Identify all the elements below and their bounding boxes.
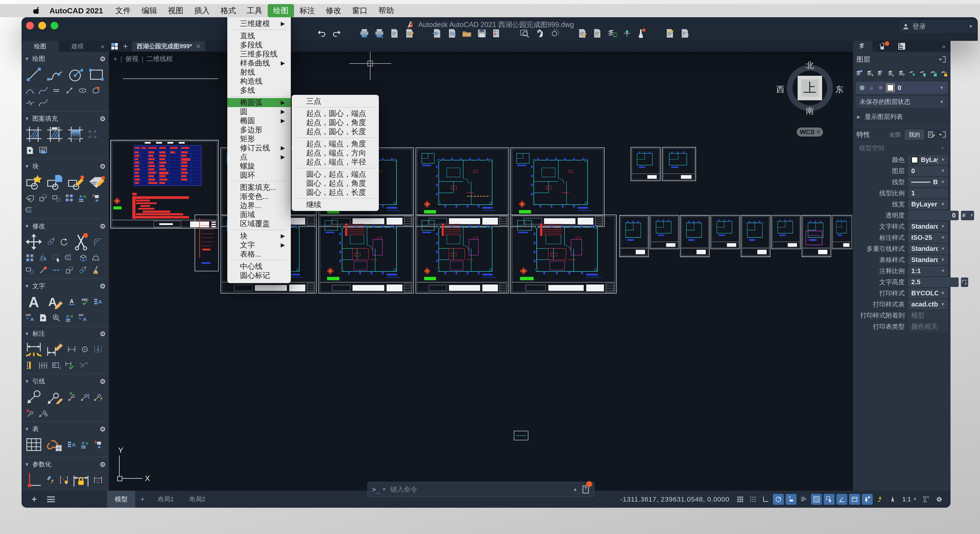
text-align-tool[interactable] <box>38 313 48 323</box>
filter-all-button[interactable]: 全部 <box>885 130 905 140</box>
tab-references[interactable] <box>872 41 892 52</box>
document-tab[interactable]: 西湖公园完成图999*✕ <box>132 41 205 51</box>
space-select[interactable]: 模型空间▼ <box>856 143 948 153</box>
login-button[interactable]: 登录 ▼ <box>898 19 977 34</box>
point-style-icon[interactable] <box>622 28 632 38</box>
menu-edit[interactable]: 编辑 <box>136 4 162 17</box>
submenu-item-start-center-end[interactable]: 起点，圆心，端点 <box>292 109 379 118</box>
layout-list-icon[interactable] <box>47 496 55 502</box>
gear-icon[interactable]: ⚙ <box>100 425 106 433</box>
chevron-down-icon[interactable]: ▼ <box>968 24 973 30</box>
leader-style-tool[interactable] <box>93 392 103 402</box>
ellipse-tool[interactable] <box>78 86 88 95</box>
polyline-tool[interactable] <box>46 66 63 83</box>
edit-list-icon[interactable] <box>928 130 935 138</box>
text-update-tool[interactable] <box>65 313 74 323</box>
menu-item-ellipse[interactable]: 椭圆 <box>227 116 291 125</box>
frame-display-toggle[interactable] <box>849 494 860 505</box>
transparency-layer-button[interactable]: ▼ <box>961 211 974 220</box>
hatch-display-toggle[interactable] <box>811 494 822 505</box>
text-style-select[interactable]: Standard▼ <box>908 222 948 231</box>
trim-tool[interactable] <box>72 233 90 250</box>
edit-text-tool[interactable] <box>46 293 63 310</box>
match-properties-icon[interactable] <box>592 28 602 38</box>
text-columns-tool[interactable] <box>93 297 103 307</box>
tab-layout1[interactable]: 布局1 <box>150 491 181 508</box>
new-sheet-icon[interactable] <box>665 28 675 38</box>
submenu-item-start-end-angle[interactable]: 起点，端点，角度 <box>292 139 379 148</box>
palette-tab-draw[interactable]: 绘图 <box>22 41 59 52</box>
table-style-tool[interactable] <box>67 440 76 450</box>
gear-icon[interactable]: ⚙ <box>100 377 106 385</box>
pdf-import-text-tool[interactable] <box>25 313 35 323</box>
workspace-switching-toggle[interactable] <box>921 494 932 505</box>
menu-item-gradient[interactable]: 渐变色... <box>227 192 291 201</box>
overkill-tool[interactable] <box>78 265 88 275</box>
apple-icon[interactable] <box>32 5 41 16</box>
menu-tools[interactable]: 工具 <box>241 4 268 17</box>
measure-tool[interactable] <box>65 86 74 95</box>
linetype-scale-input[interactable]: 1 <box>908 189 948 198</box>
menu-item-polyline[interactable]: 多段线 <box>227 40 291 49</box>
circle-tool[interactable] <box>67 66 84 83</box>
dimension-break-tool[interactable] <box>78 361 88 370</box>
close-panel-icon[interactable] <box>939 130 947 138</box>
explode-tool[interactable] <box>78 253 88 263</box>
tab-sheet-sets[interactable] <box>892 41 912 52</box>
dim-style-select[interactable]: ISO-25▼ <box>908 233 948 243</box>
align-leader-tool[interactable] <box>80 392 90 402</box>
menu-help[interactable]: 帮助 <box>373 4 399 17</box>
close-tab-icon[interactable]: ✕ <box>196 43 201 50</box>
break-tool[interactable] <box>25 98 35 108</box>
visual-style-button[interactable]: 二维线框 <box>146 54 173 64</box>
zoom-window-icon[interactable] <box>519 28 530 38</box>
block-replace-tool[interactable] <box>25 205 35 215</box>
show-constraints-tool[interactable] <box>59 475 69 485</box>
menu-window[interactable]: 窗口 <box>347 4 373 17</box>
submenu-item-start-end-direction[interactable]: 起点，端点，方向 <box>292 148 379 157</box>
boundary-tool[interactable] <box>88 130 97 139</box>
manage-attributes-tool[interactable] <box>38 193 48 203</box>
data-link-tool[interactable] <box>46 436 63 453</box>
hatch-settings-tool[interactable] <box>38 146 48 155</box>
stretch-tool[interactable] <box>51 253 61 263</box>
copy-tool[interactable] <box>46 237 56 246</box>
menu-format[interactable]: 格式 <box>215 4 241 17</box>
plot-style-table-select[interactable]: acad.ctb▼ <box>908 300 948 309</box>
dimension-style-tool[interactable] <box>25 361 35 370</box>
layer-visibility-icon[interactable] <box>919 69 927 78</box>
menu-item-polygon[interactable]: 多边形 <box>227 125 291 134</box>
viewcube-top-face[interactable]: 上 <box>798 76 822 100</box>
open-icon[interactable] <box>461 28 472 38</box>
lineweight-toggle[interactable] <box>798 494 809 505</box>
mleader-style-select[interactable]: Standard▼ <box>908 244 948 254</box>
gear-icon[interactable]: ⚙ <box>100 282 106 290</box>
table-tool[interactable] <box>25 436 43 453</box>
export-icon[interactable] <box>447 28 457 38</box>
menu-app-name[interactable]: AutoCAD 2021 <box>44 5 108 17</box>
command-placeholder[interactable]: 键入命令 <box>390 485 417 494</box>
viewport-menu-button[interactable]: + <box>113 56 117 63</box>
line-tool[interactable] <box>25 66 43 83</box>
edit-doc-icon[interactable] <box>404 28 414 38</box>
layer-down-icon[interactable] <box>887 69 896 78</box>
menu-item-spline[interactable]: 样条曲线 <box>227 59 291 68</box>
menu-item-ray[interactable]: 射线 <box>227 68 291 77</box>
multiline-tool[interactable] <box>51 86 61 95</box>
gear-icon[interactable]: ⚙ <box>100 115 106 123</box>
tab-model[interactable]: 模型 <box>107 491 135 508</box>
pan-icon[interactable] <box>534 28 545 38</box>
annotation-visibility-toggle[interactable] <box>887 494 898 505</box>
leader-edit-tool[interactable] <box>46 388 63 405</box>
erase-tool[interactable] <box>38 265 48 275</box>
plot-preview-icon[interactable] <box>374 28 385 38</box>
text-height-input[interactable]: 2.5 <box>908 277 959 287</box>
edit-attribute-tool[interactable] <box>88 173 105 191</box>
menu-item-3d-polyline[interactable]: 三维多段线 <box>227 49 291 59</box>
submenu-item-continue[interactable]: 继续 <box>292 200 379 209</box>
export-table-tool[interactable] <box>93 440 103 450</box>
menu-item-region[interactable]: 面域 <box>227 210 291 219</box>
new-layer-icon[interactable] <box>855 69 864 78</box>
viewcube-south[interactable]: 南 <box>806 105 814 117</box>
gear-icon[interactable]: ⚙ <box>100 162 106 170</box>
